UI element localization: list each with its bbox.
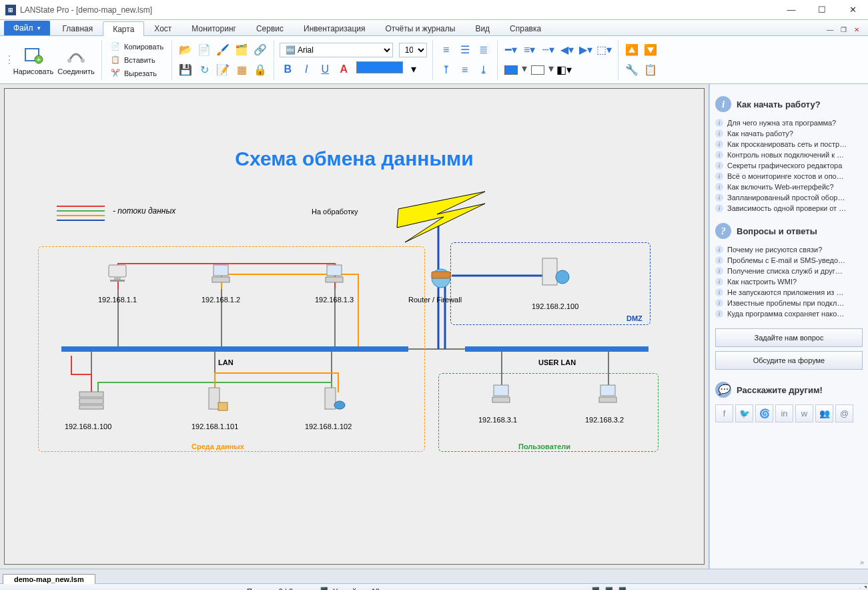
fill-color-icon[interactable] bbox=[530, 62, 546, 78]
arrow-start-icon[interactable]: ◀▾ bbox=[559, 42, 575, 58]
device-dmz[interactable] bbox=[538, 256, 572, 289]
brush-icon[interactable]: 🖌️ bbox=[215, 42, 231, 58]
help-link[interactable]: Куда программа сохраняет нако… bbox=[715, 310, 863, 318]
align-left-icon[interactable]: ≡ bbox=[438, 42, 454, 58]
help-link[interactable]: Как включить Web-интерфейс? bbox=[715, 183, 863, 191]
copy-button[interactable]: 📄Копировать bbox=[107, 40, 166, 53]
help-link[interactable]: Всё о мониторинге хостов и опо… bbox=[715, 172, 863, 180]
share-facebook-icon[interactable]: f bbox=[715, 404, 733, 422]
share-ok-icon[interactable]: 👥 bbox=[815, 404, 833, 422]
help-link[interactable]: Почему не рисуются связи? bbox=[715, 246, 863, 254]
mdi-restore-button[interactable]: ❐ bbox=[837, 23, 849, 35]
tab-monitoring[interactable]: Мониторинг bbox=[181, 21, 246, 35]
clipboard-icon[interactable]: 📋 bbox=[642, 62, 659, 78]
help-link[interactable]: Не запускаются приложения из … bbox=[715, 288, 863, 296]
layers-icon[interactable]: 🗂️ bbox=[234, 42, 250, 58]
align-icon[interactable]: ▦ bbox=[234, 62, 250, 78]
valign-mid-icon[interactable]: ≡ bbox=[457, 62, 473, 78]
arrow-end-icon[interactable]: ▶▾ bbox=[578, 42, 594, 58]
resize-grip-icon[interactable]: ⋰ bbox=[854, 587, 861, 590]
valign-bot-icon[interactable]: ⤓ bbox=[476, 62, 492, 78]
open-folder-icon[interactable]: 📂 bbox=[177, 42, 193, 58]
device-user2[interactable] bbox=[595, 382, 622, 406]
italic-button[interactable]: I bbox=[298, 61, 314, 77]
help-link[interactable]: Как настроить WMI? bbox=[715, 278, 863, 286]
device-user1[interactable] bbox=[488, 382, 515, 406]
valign-top-icon[interactable]: ⤒ bbox=[438, 62, 454, 78]
share-vk-icon[interactable]: w bbox=[795, 404, 813, 422]
tab-view[interactable]: Вид bbox=[465, 21, 500, 35]
align-right-icon[interactable]: ≣ bbox=[476, 42, 492, 58]
draw-button[interactable]: + Нарисовать bbox=[13, 41, 53, 79]
tab-help[interactable]: Справка bbox=[500, 21, 551, 35]
connect-button[interactable]: Соединить bbox=[56, 41, 96, 79]
device-srv1[interactable] bbox=[77, 388, 103, 412]
paste-button[interactable]: 📋Вставить bbox=[107, 53, 166, 67]
tab-host[interactable]: Хост bbox=[144, 21, 181, 35]
cut-button[interactable]: ✂️Вырезать bbox=[107, 67, 166, 80]
status-icon-3[interactable]: 🖥️ bbox=[618, 587, 627, 590]
line-weight-icon[interactable]: ≡▾ bbox=[522, 42, 538, 58]
properties-icon[interactable]: 📝 bbox=[215, 62, 231, 78]
device-pc3[interactable] bbox=[322, 262, 348, 286]
mdi-close-button[interactable]: ✕ bbox=[851, 23, 863, 35]
new-file-icon[interactable]: 📄 bbox=[196, 42, 212, 58]
tab-service[interactable]: Сервис bbox=[246, 21, 294, 35]
fill-color-swatch[interactable] bbox=[356, 61, 403, 73]
align-center-icon[interactable]: ☰ bbox=[457, 42, 473, 58]
help-link[interactable]: Контроль новых подключений к … bbox=[715, 151, 863, 159]
help-link[interactable]: Для чего нужна эта программа? bbox=[715, 119, 863, 127]
ask-question-button[interactable]: Задайте нам вопрос bbox=[715, 328, 863, 347]
line-dash-icon[interactable]: ┄▾ bbox=[540, 42, 556, 58]
file-menu-button[interactable]: Файл bbox=[4, 21, 50, 35]
share-skype-icon[interactable]: 🌀 bbox=[755, 404, 773, 422]
font-family-select[interactable]: 🔤 Arial bbox=[280, 43, 393, 57]
window-minimize-button[interactable]: — bbox=[776, 0, 807, 20]
sidebar-collapse-icon[interactable]: » bbox=[860, 558, 864, 566]
device-pc2[interactable] bbox=[208, 262, 235, 286]
send-back-icon[interactable]: 🔽 bbox=[642, 42, 659, 58]
help-link[interactable]: Проблемы с E-mail и SMS-уведо… bbox=[715, 256, 863, 264]
outline-color-icon[interactable] bbox=[503, 62, 519, 78]
bring-front-icon[interactable]: 🔼 bbox=[624, 42, 640, 58]
underline-button[interactable]: U bbox=[317, 61, 333, 77]
share-linkedin-icon[interactable]: in bbox=[775, 404, 793, 422]
help-link[interactable]: Зависимость одной проверки от … bbox=[715, 204, 863, 212]
status-icon-2[interactable]: 🖥️ bbox=[604, 587, 614, 590]
device-router[interactable] bbox=[428, 265, 454, 289]
tool1-icon[interactable]: 🔧 bbox=[624, 62, 640, 78]
discuss-forum-button[interactable]: Обсудите на форуме bbox=[715, 351, 863, 370]
window-close-button[interactable]: ✕ bbox=[837, 0, 868, 20]
status-icon-1[interactable]: 🖥️ bbox=[591, 587, 600, 590]
tab-map[interactable]: Карта bbox=[103, 21, 144, 36]
help-link[interactable]: Как просканировать сеть и постр… bbox=[715, 140, 863, 148]
mdi-minimize-button[interactable]: — bbox=[824, 23, 836, 35]
line-solid-icon[interactable]: ━▾ bbox=[503, 42, 519, 58]
color-dropdown-icon[interactable]: ▾ bbox=[406, 61, 422, 77]
tab-main[interactable]: Главная bbox=[53, 21, 103, 35]
device-srv2[interactable] bbox=[202, 386, 229, 410]
group-icon[interactable]: 🔗 bbox=[252, 42, 268, 58]
font-color-button[interactable]: A bbox=[336, 61, 352, 77]
device-pc1[interactable] bbox=[105, 262, 131, 286]
help-link[interactable]: Как начать работу? bbox=[715, 129, 863, 137]
help-link[interactable]: Получение списка служб и друг… bbox=[715, 267, 863, 275]
save-icon[interactable]: 💾 bbox=[177, 62, 193, 78]
window-maximize-button[interactable]: ☐ bbox=[807, 0, 837, 20]
share-twitter-icon[interactable]: 🐦 bbox=[735, 404, 753, 422]
document-tab[interactable]: demo-map_new.lsm bbox=[3, 574, 95, 584]
tab-reports[interactable]: Отчёты и журналы bbox=[375, 21, 465, 35]
help-link[interactable]: Известные проблемы при подкл… bbox=[715, 299, 863, 307]
font-size-select[interactable]: 10 bbox=[399, 43, 427, 57]
select-area-icon[interactable]: ⬚▾ bbox=[596, 42, 612, 58]
help-link[interactable]: Запланированный простой обор… bbox=[715, 194, 863, 202]
opacity-icon[interactable]: ◧▾ bbox=[556, 62, 572, 78]
canvas-area[interactable]: Схема обмена данными - потоки данных На … bbox=[0, 84, 709, 569]
help-link[interactable]: Секреты графического редактора bbox=[715, 162, 863, 170]
tab-inventory[interactable]: Инвентаризация bbox=[294, 21, 375, 35]
share-email-icon[interactable]: @ bbox=[835, 404, 853, 422]
lock-icon[interactable]: 🔒 bbox=[252, 62, 268, 78]
refresh-icon[interactable]: ↻ bbox=[196, 62, 212, 78]
device-srv3[interactable] bbox=[318, 386, 345, 410]
bold-button[interactable]: B bbox=[280, 61, 296, 77]
